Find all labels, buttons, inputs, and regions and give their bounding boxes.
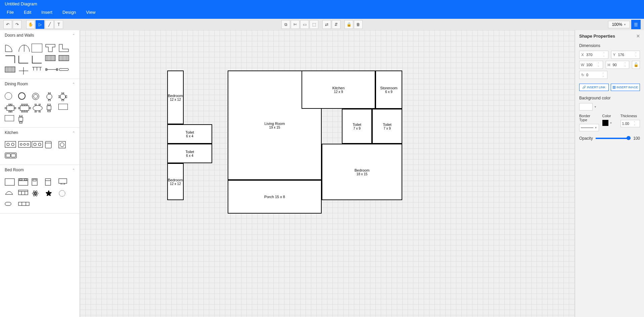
menu-file[interactable]: File [7, 10, 14, 15]
redo-button[interactable]: ↷ [13, 20, 21, 29]
y-input[interactable]: Y176⌃⌄ [611, 51, 640, 59]
shape-lamp[interactable] [5, 190, 15, 198]
close-icon[interactable]: ✕ [636, 34, 640, 39]
shape-corner-line3[interactable] [32, 55, 42, 64]
shape-stove1[interactable] [5, 141, 15, 150]
flip-v-button[interactable]: ⇵ [332, 20, 340, 29]
category-kitchen[interactable]: Kitchen⌃ [0, 128, 80, 138]
shape-hatch3[interactable] [5, 66, 15, 75]
bgcolor-picker[interactable]: ▼ [579, 103, 640, 110]
shape-plain-rect[interactable] [58, 104, 68, 110]
undo-button[interactable]: ↶ [3, 20, 12, 29]
shape-table-oval[interactable] [32, 104, 42, 112]
shape-fan1[interactable] [32, 190, 42, 198]
room-storeroom[interactable]: Storeroom6 x 9 [375, 71, 402, 109]
category-dining-room[interactable]: Dining Room⌃ [0, 79, 80, 89]
shape-window-line[interactable] [45, 66, 56, 75]
category-doors-walls[interactable]: Doors and Walls⌃ [0, 30, 80, 40]
copy-button[interactable]: ⧉ [281, 20, 290, 29]
shape-table-legs[interactable] [32, 66, 42, 75]
insert-link-button[interactable]: 🔗INSERT LINK [579, 84, 609, 91]
shape-bed-single2[interactable] [45, 178, 56, 187]
shape-corner-line2[interactable] [18, 55, 29, 64]
bordertype-dropdown[interactable]: ▼ [579, 124, 599, 131]
lock-button[interactable]: 🔒 [344, 20, 353, 29]
room-kitchen[interactable]: Kitchen12 x 9 [302, 71, 375, 109]
shape-bed-double2[interactable] [18, 178, 29, 187]
opacity-slider[interactable] [596, 138, 631, 139]
shape-bed-double[interactable] [5, 178, 15, 187]
shape-wardrobe[interactable] [18, 190, 29, 198]
menu-edit[interactable]: Edit [24, 10, 31, 15]
zoom-dropdown[interactable]: 100%▼ [608, 21, 630, 28]
text-button[interactable]: T [54, 20, 63, 29]
shape-tee[interactable] [45, 44, 56, 52]
shape-dresser[interactable] [18, 201, 29, 210]
room-bedroom1[interactable]: Bedroom12 x 12 [167, 71, 184, 124]
shape-sidebar[interactable]: Doors and Walls⌃ Dining Room⌃ [0, 30, 80, 317]
h-input[interactable]: H90⌃⌄ [606, 61, 630, 69]
shape-table-rect1[interactable] [5, 104, 15, 112]
shape-circle3[interactable] [32, 92, 42, 101]
group-button[interactable]: ⬚ [310, 20, 318, 29]
room-toilet3[interactable]: Toilet7 x 9 [342, 109, 372, 144]
x-input[interactable]: X370⌃⌄ [579, 51, 608, 59]
shape-chair1[interactable] [45, 104, 56, 112]
category-bedroom[interactable]: Bed Room⌃ [0, 165, 80, 175]
shape-rect[interactable] [32, 44, 42, 52]
menu-design[interactable]: Design [62, 10, 76, 15]
room-toilet4[interactable]: Toilet7 x 9 [372, 109, 402, 144]
delete-button[interactable]: 🗑 [354, 20, 363, 29]
room-bedroom2[interactable]: Bedroom12 x 12 [167, 163, 184, 200]
menu-insert[interactable]: Insert [41, 10, 52, 15]
shape-hatch1[interactable] [45, 55, 56, 64]
aspect-lock-button[interactable]: 🔓 [632, 61, 640, 69]
shape-slot[interactable] [58, 66, 69, 75]
shape-table-round1[interactable] [45, 92, 56, 101]
shape-chair2[interactable] [17, 115, 28, 124]
shape-circle1[interactable] [5, 92, 15, 101]
shape-stove2[interactable] [18, 141, 29, 150]
room-toilet1[interactable]: Toilet6 x 4 [167, 124, 212, 144]
shape-table-round2[interactable] [58, 92, 69, 101]
thickness-input[interactable]: 1.00⌃⌄ [620, 120, 640, 127]
shape-plant[interactable] [58, 190, 69, 198]
shape-table-rect2[interactable] [18, 104, 29, 112]
insert-image-button[interactable]: 🖼INSERT IMAGE [611, 84, 640, 91]
flip-h-button[interactable]: ⇄ [322, 20, 331, 29]
shape-door-swing[interactable] [5, 44, 15, 52]
shape-cross[interactable] [18, 66, 29, 75]
shape-fan2[interactable] [45, 190, 56, 198]
shape-corner-l[interactable] [58, 44, 69, 52]
shape-corner-line1[interactable] [5, 55, 15, 64]
shape-sink[interactable] [5, 152, 15, 161]
shape-fridge[interactable] [45, 141, 56, 150]
room-porch[interactable]: Porch 15 x 8 [228, 180, 322, 214]
cut-button[interactable]: ✄ [291, 20, 300, 29]
shape-double-door[interactable] [18, 44, 29, 52]
rotation-input[interactable]: ↻0⌃⌄ [579, 71, 607, 79]
settings-button[interactable]: ☰ [631, 20, 641, 29]
shape-wash[interactable] [58, 141, 69, 150]
canvas[interactable]: Bedroom12 x 12 Toilet6 x 4 Toilet6 x 4 B… [80, 30, 575, 317]
menu-view[interactable]: View [86, 10, 95, 15]
svg-rect-115 [18, 202, 29, 206]
room-bedroom3[interactable]: Bedroom18 x 15 [322, 144, 402, 200]
pointer-button[interactable]: ▷ [36, 20, 44, 29]
paste-button[interactable]: ▭ [300, 20, 309, 29]
bordercolor-picker[interactable]: ▼ [602, 120, 617, 126]
line-button[interactable]: ╱ [45, 20, 54, 29]
shape-circle2[interactable] [18, 92, 29, 101]
shape-stove3[interactable] [32, 141, 42, 150]
shape-bed-single1[interactable] [32, 178, 42, 187]
pan-button[interactable]: ✋ [26, 20, 35, 29]
shape-hatch2[interactable] [58, 55, 69, 64]
floorplan[interactable]: Bedroom12 x 12 Toilet6 x 4 Toilet6 x 4 B… [167, 71, 402, 215]
link-icon: 🔗 [582, 86, 586, 89]
svg-rect-96 [33, 179, 36, 181]
shape-plain-rect2[interactable] [5, 115, 14, 121]
w-input[interactable]: W100⌃⌄ [579, 61, 603, 69]
shape-tv[interactable] [58, 178, 69, 187]
room-toilet2[interactable]: Toilet6 x 4 [167, 144, 212, 163]
shape-pill[interactable] [5, 201, 15, 210]
